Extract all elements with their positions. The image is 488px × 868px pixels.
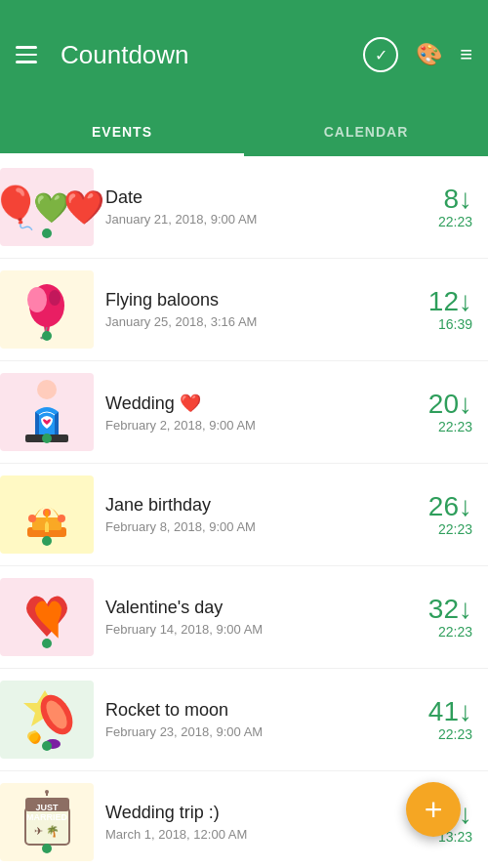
event-name: Valentine's day	[105, 598, 428, 618]
countdown-time: 22:23	[438, 521, 472, 537]
countdown-time: 22:23	[438, 726, 472, 742]
event-name: Jane birthday	[105, 495, 428, 516]
countdown-time: 22:23	[438, 419, 472, 434]
countdown-time: 22:23	[438, 214, 472, 229]
menu-button[interactable]	[16, 46, 37, 63]
svg-point-14	[45, 510, 49, 517]
add-event-button[interactable]: +	[406, 782, 461, 837]
svg-point-2	[27, 287, 47, 312]
check-icon[interactable]: ✓	[363, 37, 398, 72]
list-item[interactable]: Valentine's dayFebruary 14, 2018, 9:00 A…	[0, 566, 488, 669]
countdown-days: 41↓	[428, 697, 472, 727]
event-date: January 21, 2018, 9:00 AM	[105, 212, 438, 227]
countdown-days: 12↓	[428, 287, 472, 317]
list-item[interactable]: 🎈💚❤️DateJanuary 21, 2018, 9:00 AM8↓22:23	[0, 156, 488, 259]
svg-point-9	[28, 515, 36, 522]
svg-text:JUST: JUST	[35, 803, 59, 812]
event-date: March 1, 2018, 12:00 AM	[105, 827, 428, 842]
list-item[interactable]: Jane birthdayFebruary 8, 2018, 9:00 AM26…	[0, 464, 488, 566]
app-title: Countdown	[61, 40, 363, 70]
header: Countdown ✓ 🎨 ≡	[0, 0, 488, 109]
list-item[interactable]: Flying baloonsJanuary 25, 2018, 3:16 AM1…	[0, 259, 488, 361]
countdown-time: 16:39	[438, 316, 472, 332]
countdown-days: 32↓	[428, 595, 472, 625]
svg-rect-12	[45, 524, 49, 532]
event-list: 🎈💚❤️DateJanuary 21, 2018, 9:00 AM8↓22:23…	[0, 156, 488, 868]
event-date: February 23, 2018, 9:00 AM	[105, 724, 428, 739]
list-item[interactable]: Rocket to moonFebruary 23, 2018, 9:00 AM…	[0, 669, 488, 771]
event-name: Wedding trip :)	[105, 803, 428, 823]
filter-icon[interactable]: ≡	[460, 42, 472, 67]
countdown-days: 8↓	[443, 185, 472, 215]
tabs-bar: EVENTS CALENDAR	[0, 109, 488, 156]
svg-point-3	[49, 290, 61, 306]
countdown-time: 22:23	[438, 624, 472, 640]
countdown-days: 26↓	[428, 492, 472, 522]
tab-events[interactable]: EVENTS	[0, 109, 244, 156]
event-date: February 14, 2018, 9:00 AM	[105, 622, 428, 637]
header-actions: ✓ 🎨 ≡	[363, 37, 472, 72]
event-date: February 8, 2018, 9:00 AM	[105, 519, 428, 534]
tab-calendar[interactable]: CALENDAR	[244, 109, 488, 156]
palette-icon[interactable]: 🎨	[416, 42, 442, 67]
event-name: Flying baloons	[105, 290, 428, 310]
list-item[interactable]: Wedding ❤️February 2, 2018, 9:00 AM20↓22…	[0, 361, 488, 464]
event-name: Rocket to moon	[105, 700, 428, 721]
event-name: Date	[105, 187, 438, 208]
svg-text:MARRIED: MARRIED	[26, 812, 67, 822]
event-date: January 25, 2018, 3:16 AM	[105, 314, 428, 329]
countdown-days: 20↓	[428, 390, 472, 420]
svg-point-6	[37, 380, 57, 399]
event-date: February 2, 2018, 9:00 AM	[105, 418, 428, 433]
event-name: Wedding ❤️	[105, 393, 428, 414]
svg-text:✈ 🌴: ✈ 🌴	[33, 824, 59, 838]
svg-point-26	[45, 790, 49, 794]
svg-point-11	[58, 515, 65, 522]
